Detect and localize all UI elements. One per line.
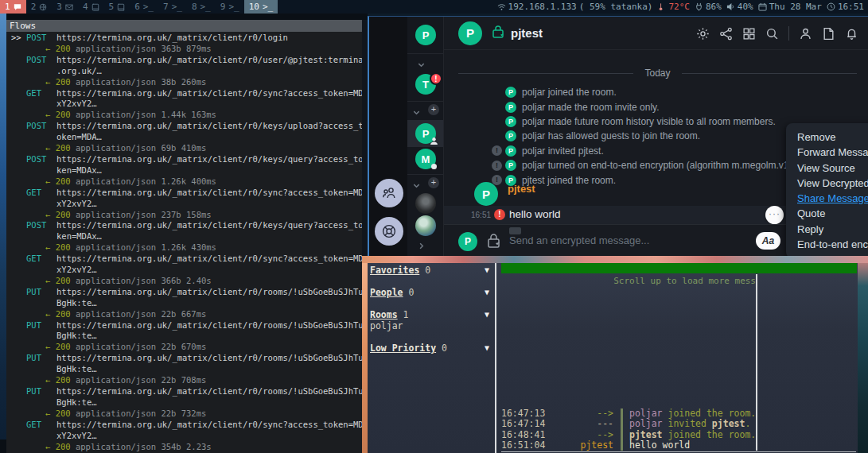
workspace-5[interactable]: 5: [104, 0, 130, 14]
chevron-down-icon[interactable]: [417, 58, 426, 72]
flow-row[interactable]: PUThttps://termina.org.uk/_matrix/client…: [6, 353, 362, 386]
flow-url-continuation: xY2xvY2…: [6, 99, 362, 110]
mini-avatar: P: [505, 116, 516, 127]
menu-item-end-to-end-encryp[interactable]: End-to-end encryp: [786, 237, 868, 252]
terminal-timestamp: 16:47:14: [501, 419, 547, 429]
chevron-down-icon[interactable]: [412, 179, 421, 193]
user-avatar[interactable]: P: [415, 25, 436, 45]
power-plug-icon: [695, 2, 703, 11]
collapse-triangle-icon[interactable]: ▼: [485, 287, 489, 298]
flow-response-meta: application/json 38b 260ms: [71, 77, 207, 87]
workspace-number: 1: [5, 2, 10, 12]
menu-item-forward-message[interactable]: Forward Message: [786, 145, 868, 160]
chevron-right-icon[interactable]: [417, 239, 426, 254]
menu-item-reply[interactable]: Reply: [786, 222, 868, 237]
volume-segment: 40%: [726, 2, 753, 12]
add-room-button[interactable]: +: [428, 177, 439, 188]
room-section-header[interactable]: Low Priority 0▼: [368, 343, 495, 354]
flow-row[interactable]: POSThttps://termina.org.uk/_matrix/clien…: [6, 55, 362, 88]
add-room-button[interactable]: +: [428, 104, 439, 115]
room-avatar-tower-image[interactable]: [415, 193, 436, 214]
flow-status: ← 200: [45, 309, 71, 319]
menu-item-quote[interactable]: Quote: [786, 206, 868, 221]
search-icon[interactable]: [765, 27, 779, 41]
flow-method: GET: [26, 88, 56, 99]
system-message: !Ppoljar made the room invite only.: [444, 99, 868, 114]
message-part: joined the room.: [663, 429, 757, 440]
terminal-icon: >_: [143, 2, 154, 12]
room-avatar-earth-image[interactable]: [415, 215, 436, 236]
flow-method: POST: [26, 33, 56, 44]
mini-avatar: P: [505, 130, 516, 141]
workspace-7[interactable]: 7>_: [158, 0, 187, 14]
flow-row[interactable]: GEThttps://termina.org.uk/_matrix/client…: [6, 420, 362, 453]
wallpaper-strip-left: [0, 0, 6, 439]
apps-grid-icon[interactable]: [742, 27, 756, 41]
flow-method: PUT: [26, 353, 56, 364]
workspace-9[interactable]: 9>_: [216, 0, 244, 14]
notifications-bell-icon[interactable]: [845, 27, 858, 41]
section-count: 1: [398, 309, 409, 320]
members-icon[interactable]: [799, 27, 812, 41]
workspace-3[interactable]: 3: [52, 0, 78, 14]
flow-row[interactable]: GEThttps://termina.org.uk/_matrix/client…: [6, 254, 362, 287]
flow-status: ← 200: [45, 408, 71, 418]
room-section-header[interactable]: People 0▼: [368, 287, 495, 298]
collapse-triangle-icon[interactable]: ▼: [485, 343, 489, 354]
flow-response-meta: application/json 22b 708ms: [71, 375, 207, 385]
chevron-down-icon[interactable]: [412, 106, 421, 120]
workspace-2[interactable]: 2: [26, 0, 53, 14]
workspace-8[interactable]: 8>_: [187, 0, 216, 14]
flow-row[interactable]: GEThttps://termina.org.uk/_matrix/client…: [6, 88, 362, 122]
mini-avatar: P: [505, 87, 516, 98]
terminal-sender: -->: [547, 430, 613, 440]
explore-communities-button[interactable]: [375, 217, 403, 246]
room-avatar[interactable]: P: [458, 21, 482, 45]
message-options-button[interactable]: ···: [765, 206, 784, 224]
flow-row[interactable]: POSThttps://termina.org.uk/_matrix/clien…: [6, 220, 362, 254]
flow-row[interactable]: POSThttps://termina.org.uk/_matrix/clien…: [6, 154, 362, 188]
flow-row[interactable]: POSThttps://termina.org.uk/_matrix/clien…: [6, 121, 362, 154]
flow-status: ← 200: [45, 176, 71, 186]
flow-request-line: POSThttps://termina.org.uk/_matrix/clien…: [6, 220, 362, 231]
workspace-number: 9: [220, 2, 226, 12]
collapse-triangle-icon[interactable]: ▼: [485, 309, 489, 320]
separator-bar: [621, 419, 623, 429]
workspace-6[interactable]: 6>_: [130, 0, 158, 14]
flow-row[interactable]: >>POSThttps://termina.org.uk/_matrix/cli…: [6, 33, 362, 55]
collapse-triangle-icon[interactable]: ▼: [485, 265, 489, 276]
flow-method: POST: [26, 220, 56, 231]
menu-item-view-decrypted-s[interactable]: View Decrypted S: [786, 176, 868, 191]
workspace-1[interactable]: 1: [0, 0, 26, 14]
flow-row[interactable]: GEThttps://termina.org.uk/_matrix/client…: [6, 188, 362, 221]
unencrypted-warning-icon: !: [494, 209, 505, 220]
section-label: Rooms: [370, 309, 398, 320]
room-avatar-pjtest[interactable]: P: [415, 123, 436, 144]
room-list-item[interactable]: poljar: [368, 320, 495, 331]
flow-row[interactable]: PUThttps://termina.org.uk/_matrix/client…: [6, 320, 362, 354]
menu-item-remove[interactable]: Remove: [786, 130, 868, 145]
people-button[interactable]: [375, 179, 403, 207]
flow-response-line: ← 200 application/json 354b 2.23s: [6, 442, 362, 453]
message-part: pjtest: [629, 429, 663, 440]
community-rail: [369, 17, 407, 256]
workspace-10[interactable]: 10>_: [244, 0, 278, 14]
format-button[interactable]: Aa: [756, 232, 780, 250]
flow-row[interactable]: PUThttps://termina.org.uk/_matrix/client…: [6, 386, 362, 420]
flow-row[interactable]: PUThttps://termina.org.uk/_matrix/client…: [6, 287, 362, 320]
files-icon[interactable]: [822, 27, 835, 41]
flow-request-line: PUThttps://termina.org.uk/_matrix/client…: [6, 287, 362, 298]
settings-gear-icon[interactable]: [696, 27, 710, 41]
menu-item-share-message[interactable]: Share Message: [786, 191, 868, 206]
room-avatar-m[interactable]: M: [415, 149, 436, 169]
section-label: People: [370, 287, 403, 298]
menu-item-view-source[interactable]: View Source: [786, 161, 868, 176]
share-icon[interactable]: [719, 27, 733, 41]
mitmproxy-window: Flows >>POSThttps://termina.org.uk/_matr…: [6, 20, 362, 453]
sender-avatar[interactable]: P: [474, 182, 498, 206]
room-section-header[interactable]: Rooms 1▼: [368, 309, 495, 320]
workspace-4[interactable]: 4: [78, 0, 104, 14]
shield-warning-icon: !: [492, 161, 502, 171]
room-section-header[interactable]: Favorites 0▼: [368, 265, 495, 276]
flow-url-continuation: BgHk:te…: [6, 298, 362, 309]
